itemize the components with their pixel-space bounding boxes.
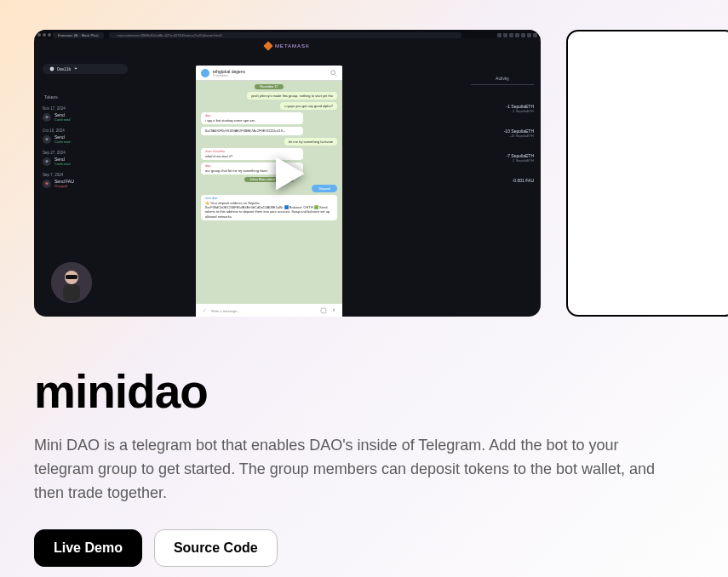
metamask-brand: METAMASK (34, 38, 541, 54)
browser-tab-bar: Extension (M... Mock Plus) moz-extension… (34, 30, 541, 38)
amount-item: -10 SepoliaETH-10 SepoliaETH (504, 129, 534, 138)
deposit-button[interactable]: Deposit (312, 185, 337, 192)
telegram-header[interactable]: ethglobal degens 3 members (196, 66, 342, 81)
project-title: minidao (34, 364, 694, 419)
presenter-avatar (51, 262, 92, 303)
live-demo-button[interactable]: Live Demo (34, 529, 142, 567)
tokens-label: Tokens (44, 94, 128, 100)
transaction-item[interactable]: Sep 27, 2024 Send Confirmed (43, 151, 128, 166)
next-carousel-card[interactable] (566, 30, 728, 317)
telegram-input[interactable]: Write a message... (196, 304, 342, 317)
message-bubble: 0x23A4f1F0c99109AE2F088E7Ac2F9E5C022c419… (201, 127, 303, 134)
browser-ext-icons (497, 33, 537, 37)
group-name: ethglobal degens (213, 69, 245, 74)
source-code-button[interactable]: Source Code (154, 529, 278, 567)
amount-item: -0.001 FAU (513, 178, 534, 183)
svg-rect-7 (63, 284, 80, 301)
play-icon[interactable] (264, 150, 312, 197)
project-description: Mini DAO is a telegram bot that enables … (34, 434, 681, 506)
send-icon (43, 157, 51, 166)
send-icon (43, 135, 51, 144)
svg-rect-3 (333, 309, 335, 311)
svg-point-0 (50, 67, 54, 71)
search-icon[interactable] (330, 70, 337, 77)
svg-rect-8 (66, 275, 77, 279)
input-placeholder: Write a message... (211, 309, 239, 313)
browser-address: moz-extension://0f68c01d-ef8c-427e-9273-… (109, 32, 461, 38)
transaction-item[interactable]: Sep 7, 2024 Send FAU Dropped (43, 173, 128, 188)
mic-icon[interactable] (330, 307, 337, 314)
bot-message: mini dao 👋 Your deposit address on Sepol… (201, 195, 337, 220)
activity-tab[interactable]: Activity (471, 76, 534, 85)
transaction-list: Nov 17, 2024 Send Confirmed Oct 10, 2024 (43, 106, 128, 188)
transaction-item[interactable]: Nov 17, 2024 Send Confirmed (43, 106, 128, 122)
group-members: 3 members (213, 74, 245, 77)
date-chip: November 17 (255, 84, 283, 89)
chevron-down-icon (73, 66, 78, 71)
project-content: minidao Mini DAO is a telegram bot that … (0, 317, 728, 567)
group-avatar-icon (201, 69, 209, 77)
account-dropdown[interactable]: 0xe11b (43, 64, 128, 74)
message-bubble: let me try something /activate (284, 138, 337, 146)
send-icon (43, 180, 51, 188)
amount-item: -1 SepoliaETH-1 SepoliaETH (506, 104, 534, 113)
metamask-right-col: Activity -1 SepoliaETH-1 SepoliaETH -10 … (471, 54, 541, 317)
send-icon (43, 113, 51, 122)
emoji-icon[interactable] (320, 307, 327, 314)
svg-marker-4 (276, 157, 305, 190)
fox-icon (263, 41, 272, 50)
svg-point-1 (331, 70, 335, 74)
demo-video-card[interactable]: Extension (M... Mock Plus) moz-extension… (34, 30, 541, 317)
message-bubble: u guys you got any good alpha? (280, 102, 337, 110)
message-bubble: dep i spy a bot starting some ape szn (201, 112, 303, 124)
message-bubble: yeah johnny's made this group, nothing t… (247, 92, 337, 100)
attach-icon[interactable] (201, 307, 208, 314)
svg-point-2 (321, 308, 326, 313)
transaction-item[interactable]: Oct 10, 2024 Send Confirmed (43, 129, 128, 144)
browser-tab: Extension (M... Mock Plus) (53, 32, 104, 38)
amount-item: -7 SepoliaETH-7 SepoliaETH (506, 153, 534, 163)
